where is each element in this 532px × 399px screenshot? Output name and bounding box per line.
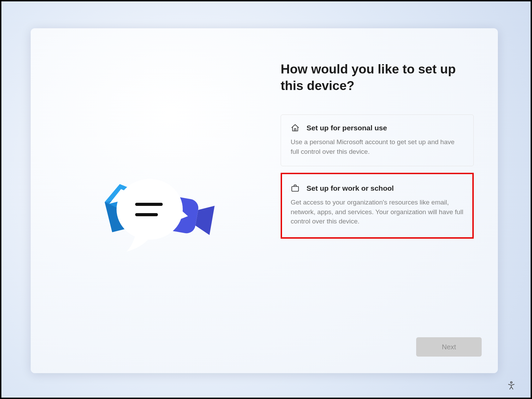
svg-rect-7 <box>135 203 163 206</box>
option-work-school-head: Set up for work or school <box>291 184 464 193</box>
option-work-school[interactable]: Set up for work or school Get access to … <box>281 173 474 239</box>
svg-rect-9 <box>292 187 299 191</box>
accessibility-icon <box>506 381 516 391</box>
page-title: How would you like to set up this device… <box>281 61 474 94</box>
oobe-background: How would you like to set up this device… <box>1 1 531 398</box>
next-button[interactable]: Next <box>416 337 482 357</box>
option-work-school-desc: Get access to your organization's resour… <box>291 198 464 226</box>
svg-point-6 <box>117 179 183 240</box>
accessibility-button[interactable] <box>504 379 518 393</box>
svg-rect-8 <box>135 213 158 216</box>
option-personal-desc: Use a personal Microsoft account to get … <box>291 137 464 156</box>
option-personal-title: Set up for personal use <box>307 124 387 132</box>
svg-point-10 <box>511 381 512 383</box>
home-icon <box>291 123 300 132</box>
briefcase-icon <box>291 184 300 193</box>
option-personal-head: Set up for personal use <box>291 123 464 132</box>
option-personal[interactable]: Set up for personal use Use a personal M… <box>281 114 474 166</box>
oobe-card: How would you like to set up this device… <box>31 28 498 373</box>
options-container: Set up for personal use Use a personal M… <box>281 114 474 245</box>
option-work-school-title: Set up for work or school <box>307 184 394 192</box>
setup-illustration <box>77 170 232 273</box>
